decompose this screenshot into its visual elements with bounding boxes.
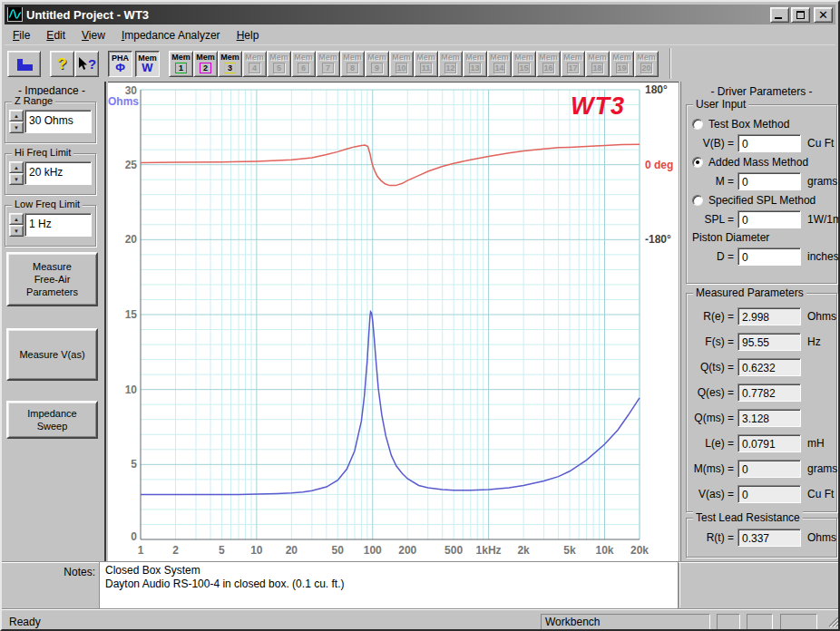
- context-help-icon: ?: [88, 57, 96, 71]
- mem-number-box: 20: [640, 63, 652, 73]
- mem-1-button[interactable]: Mem1: [169, 51, 193, 77]
- mem-label: Mem: [318, 53, 337, 62]
- v-b-field[interactable]: 0: [737, 134, 801, 152]
- maximize-icon: [796, 11, 805, 19]
- mem-3-button[interactable]: Mem3: [218, 51, 242, 77]
- mem-number-box: 10: [396, 63, 407, 73]
- param-row: Q(ts) =0.6232: [690, 357, 834, 376]
- mem-number-box: 14: [493, 63, 505, 73]
- mem-label: Mem: [441, 53, 460, 62]
- radio-test-box-method[interactable]: Test Box Method: [692, 117, 834, 131]
- x-tick-label: 5: [219, 544, 225, 557]
- spl-field[interactable]: 0: [737, 210, 801, 228]
- mem-14-button: Mem14: [487, 51, 512, 77]
- v-as-field: 0: [737, 485, 801, 503]
- m-field[interactable]: 0: [737, 172, 801, 190]
- param-label: R(t) =: [690, 531, 737, 544]
- mem-number-box: 19: [616, 63, 628, 73]
- x-tick-label: 1kHz: [476, 544, 502, 557]
- radio-icon[interactable]: [692, 119, 703, 130]
- measured-parameters-label: Measured Parameters: [693, 286, 806, 299]
- status-panel: [717, 614, 740, 630]
- mem-label: Mem: [196, 53, 215, 62]
- context-help-button[interactable]: ?: [74, 51, 99, 77]
- low-freq-input[interactable]: 1 Hz: [24, 213, 92, 237]
- impedance-sweep-button[interactable]: Impedance Sweep: [6, 401, 98, 439]
- phase-tick-label: 180°: [645, 83, 668, 96]
- mem-number-box: 2: [200, 63, 211, 73]
- param-unit: mH: [801, 437, 825, 450]
- mem-label: Mem: [465, 53, 484, 62]
- minimize-button[interactable]: [770, 7, 789, 23]
- mem-13-button: Mem13: [463, 51, 487, 77]
- close-button[interactable]: ✕: [814, 7, 833, 23]
- mem-label: Mem: [588, 53, 607, 62]
- mem-20-button: Mem20: [634, 51, 659, 77]
- low-freq-up-button[interactable]: ▲: [9, 213, 24, 225]
- mem-number-box: 12: [444, 63, 456, 73]
- mem-6-button: Mem6: [291, 51, 316, 77]
- z-range-group: Z Range ▲ ▼ 30 Ohms: [5, 102, 96, 143]
- window-title: Untitled Project - WT3: [26, 8, 770, 22]
- mem-number-box: 6: [298, 63, 309, 73]
- mem-number-box: 15: [518, 63, 530, 73]
- low-freq-group: Low Freq Limit ▲ ▼ 1 Hz: [5, 205, 96, 247]
- param-unit: grams: [801, 462, 837, 475]
- title-bar: Untitled Project - WT3 ✕: [5, 5, 835, 24]
- x-tick-label: 2: [172, 544, 179, 557]
- close-icon: ✕: [818, 9, 828, 21]
- radio-added-mass-method[interactable]: Added Mass Method: [692, 155, 834, 169]
- radio-label: Added Mass Method: [708, 156, 808, 169]
- param-label: SPL =: [690, 213, 737, 226]
- menu-file[interactable]: File: [5, 27, 38, 44]
- notes-label: Notes:: [2, 566, 95, 578]
- param-row: SPL =01W/1m: [690, 209, 834, 228]
- mem-2-button[interactable]: Mem2: [193, 51, 218, 77]
- mem-label: Mem: [367, 53, 386, 62]
- memory-buttons-strip: Mem1Mem2Mem3Mem4Mem5Mem6Mem7Mem8Mem9Mem1…: [169, 51, 659, 77]
- mem-18-button: Mem18: [585, 51, 610, 77]
- workbench-button[interactable]: [7, 51, 41, 77]
- phase-toggle-button[interactable]: PHA Φ: [108, 51, 132, 77]
- w-icon: W: [142, 63, 152, 73]
- hi-freq-group: Hi Freq Limit ▲ ▼ 20 kHz: [5, 153, 96, 195]
- f-s-field: 95.55: [737, 333, 801, 351]
- phase-tick-label: -180°: [645, 233, 671, 246]
- radio-icon[interactable]: [692, 157, 703, 168]
- d-field[interactable]: 0: [737, 248, 801, 266]
- test-lead-rows: R(t) =0.337Ohms: [690, 526, 834, 549]
- mem-label: Mem: [171, 53, 190, 62]
- z-range-down-button[interactable]: ▼: [9, 121, 24, 133]
- mem-label: Mem: [637, 53, 656, 62]
- param-row: R(e) =2.998Ohms: [690, 306, 834, 325]
- param-label: L(e) =: [690, 437, 737, 450]
- resize-grip[interactable]: [826, 615, 839, 630]
- menu-impedance-analyzer[interactable]: Impedance Analyzer: [113, 27, 229, 44]
- measure-free-air-button[interactable]: Measure Free-Air Parameters: [6, 252, 98, 306]
- hi-freq-input[interactable]: 20 kHz: [24, 161, 92, 185]
- low-freq-spinner: ▲ ▼: [9, 213, 24, 237]
- hi-freq-down-button[interactable]: ▼: [9, 173, 24, 185]
- notes-textarea[interactable]: Closed Box System Dayton Audio RS-100-4 …: [99, 562, 679, 608]
- x-tick-label: 20k: [630, 544, 649, 557]
- q-es-field: 0.7782: [737, 383, 801, 402]
- mem-number-box: 13: [469, 63, 481, 73]
- low-freq-down-button[interactable]: ▼: [9, 225, 24, 237]
- menu-view[interactable]: View: [73, 27, 113, 44]
- z-range-up-button[interactable]: ▲: [9, 110, 24, 121]
- memory-w-button[interactable]: Mem W: [135, 51, 160, 77]
- param-row: F(s) =95.55Hz: [690, 332, 834, 351]
- mem-number-box: 1: [175, 63, 187, 73]
- param-label: V(B) =: [690, 137, 737, 150]
- driver-parameters-title: - Driver Parameters -: [681, 85, 840, 98]
- param-row: Q(ms) =3.128: [690, 408, 834, 427]
- menu-edit[interactable]: Edit: [38, 27, 73, 44]
- radio-specified-spl-method[interactable]: Specified SPL Method: [692, 193, 834, 207]
- menu-help[interactable]: Help: [229, 27, 268, 44]
- hi-freq-up-button[interactable]: ▲: [9, 161, 24, 173]
- z-range-input[interactable]: 30 Ohms: [24, 110, 92, 133]
- measure-vas-button[interactable]: Measure V(as): [6, 328, 98, 381]
- maximize-button[interactable]: [791, 7, 810, 23]
- radio-icon[interactable]: [692, 195, 703, 206]
- help-button[interactable]: ?: [50, 51, 74, 77]
